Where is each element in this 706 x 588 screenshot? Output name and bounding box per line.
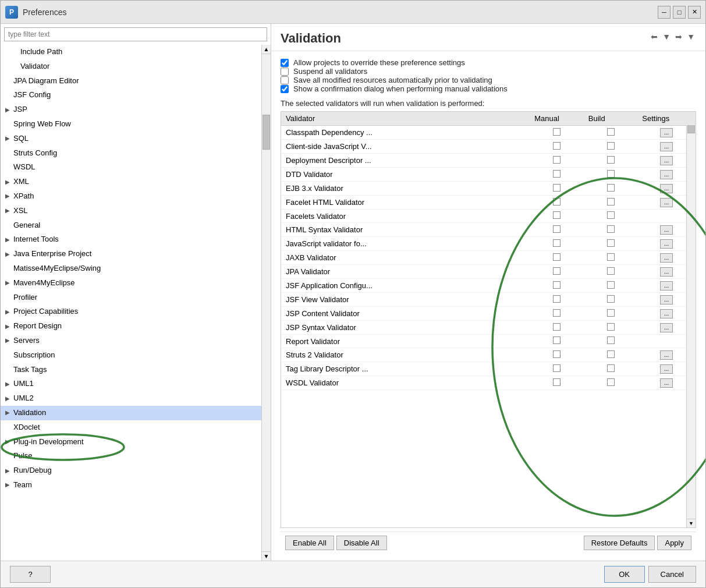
build-checkbox[interactable]: [607, 267, 615, 275]
build-checkbox[interactable]: [607, 211, 615, 219]
tree-item[interactable]: Plug-in Development: [1, 435, 261, 449]
validator-build-cell[interactable]: [584, 307, 638, 321]
build-checkbox[interactable]: [607, 281, 615, 289]
tree-expand-arrow[interactable]: [5, 134, 12, 143]
tree-expand-arrow[interactable]: [5, 307, 12, 317]
validator-manual-cell[interactable]: [530, 307, 584, 321]
tree-expand-arrow[interactable]: [5, 336, 12, 345]
tree-item[interactable]: Profiler: [1, 291, 261, 305]
settings-button[interactable]: ...: [660, 350, 673, 360]
validator-build-cell[interactable]: [584, 126, 638, 140]
validator-manual-cell[interactable]: [530, 265, 584, 279]
tree-item[interactable]: Validation: [1, 406, 261, 420]
validator-manual-cell[interactable]: [530, 168, 584, 182]
tree-expand-arrow[interactable]: [5, 235, 12, 245]
tree-item[interactable]: XDoclet: [1, 420, 261, 435]
tree-item[interactable]: Subscription: [1, 348, 261, 363]
settings-button[interactable]: ...: [660, 156, 673, 165]
scroll-up-arrow[interactable]: ▲: [262, 45, 271, 54]
validator-manual-cell[interactable]: [530, 362, 584, 376]
tree-item[interactable]: Task Tags: [1, 363, 261, 377]
tree-expand-arrow[interactable]: [5, 480, 12, 490]
tree-item[interactable]: General: [1, 218, 261, 233]
manual-checkbox[interactable]: [553, 211, 560, 219]
apply-button[interactable]: Apply: [657, 536, 691, 550]
left-scrollbar[interactable]: ▲ ▼: [261, 45, 271, 561]
tree-item[interactable]: Run/Debug: [1, 463, 261, 478]
tree-item[interactable]: Servers: [1, 334, 261, 348]
tree-expand-arrow[interactable]: [5, 178, 12, 187]
validator-build-cell[interactable]: [584, 196, 638, 210]
enable-all-button[interactable]: Enable All: [285, 536, 334, 550]
validator-build-cell[interactable]: [584, 335, 638, 348]
restore-defaults-button[interactable]: Restore Defaults: [584, 536, 655, 550]
tree-item[interactable]: Validator: [1, 59, 261, 74]
settings-button[interactable]: ...: [660, 281, 673, 291]
tree-expand-arrow[interactable]: [5, 394, 12, 403]
validator-manual-cell[interactable]: [530, 237, 584, 251]
validator-build-cell[interactable]: [584, 348, 638, 362]
settings-button[interactable]: ...: [660, 170, 673, 179]
tree-item[interactable]: XML: [1, 175, 261, 189]
build-checkbox[interactable]: [607, 295, 615, 303]
settings-button[interactable]: ...: [660, 295, 673, 304]
forward-button[interactable]: ➡: [674, 31, 683, 42]
settings-button[interactable]: ...: [660, 198, 673, 207]
tree-item[interactable]: Report Design: [1, 319, 261, 334]
dropdown-button[interactable]: ▼: [661, 31, 672, 42]
settings-button[interactable]: ...: [660, 378, 673, 388]
settings-button[interactable]: ...: [660, 239, 673, 249]
validator-build-cell[interactable]: [584, 279, 638, 293]
validator-manual-cell[interactable]: [530, 335, 584, 348]
table-scrollbar[interactable]: ▲ ▼: [686, 112, 696, 527]
validator-build-cell[interactable]: [584, 210, 638, 223]
validator-manual-cell[interactable]: [530, 210, 584, 223]
manual-checkbox[interactable]: [553, 198, 560, 206]
validator-manual-cell[interactable]: [530, 348, 584, 362]
minimize-button[interactable]: ─: [658, 6, 670, 19]
tree-item[interactable]: UML2: [1, 391, 261, 406]
tree-expand-arrow[interactable]: [5, 322, 12, 331]
validator-build-cell[interactable]: [584, 182, 638, 196]
tree-expand-arrow[interactable]: [5, 192, 12, 201]
manual-checkbox[interactable]: [553, 309, 560, 317]
tree-expand-arrow[interactable]: [5, 250, 12, 259]
validator-build-cell[interactable]: [584, 237, 638, 251]
preference-checkbox[interactable]: [281, 85, 289, 93]
validator-build-cell[interactable]: [584, 154, 638, 168]
validator-build-cell[interactable]: [584, 265, 638, 279]
validator-manual-cell[interactable]: [530, 279, 584, 293]
tree-item[interactable]: Struts Config: [1, 146, 261, 161]
validator-build-cell[interactable]: [584, 168, 638, 182]
validator-build-cell[interactable]: [584, 362, 638, 376]
preference-checkbox[interactable]: [281, 76, 289, 84]
validator-manual-cell[interactable]: [530, 223, 584, 237]
tree-item[interactable]: WSDL: [1, 160, 261, 175]
build-checkbox[interactable]: [607, 198, 615, 206]
tree-item[interactable]: XPath: [1, 189, 261, 204]
disable-all-button[interactable]: Disable All: [336, 536, 387, 550]
validator-manual-cell[interactable]: [530, 321, 584, 335]
build-checkbox[interactable]: [607, 156, 615, 164]
build-checkbox[interactable]: [607, 323, 615, 331]
tree-item[interactable]: JPA Diagram Editor: [1, 74, 261, 88]
build-checkbox[interactable]: [607, 253, 615, 261]
settings-button[interactable]: ...: [660, 309, 673, 318]
settings-button[interactable]: ...: [660, 142, 673, 151]
tree-expand-arrow[interactable]: [5, 206, 12, 215]
manual-checkbox[interactable]: [553, 225, 560, 233]
validator-manual-cell[interactable]: [530, 182, 584, 196]
manual-checkbox[interactable]: [553, 267, 560, 275]
build-checkbox[interactable]: [607, 336, 615, 344]
build-checkbox[interactable]: [607, 184, 615, 192]
manual-checkbox[interactable]: [553, 184, 560, 192]
build-checkbox[interactable]: [607, 350, 615, 358]
ok-button[interactable]: OK: [604, 566, 645, 583]
preference-checkbox[interactable]: [281, 68, 289, 76]
manual-checkbox[interactable]: [553, 239, 560, 247]
scrollbar-thumb[interactable]: [262, 115, 270, 150]
tree-item[interactable]: Java Enterprise Project: [1, 247, 261, 261]
settings-button[interactable]: ...: [660, 184, 673, 193]
cancel-button[interactable]: Cancel: [648, 566, 696, 583]
dropdown2-button[interactable]: ▼: [686, 31, 696, 42]
